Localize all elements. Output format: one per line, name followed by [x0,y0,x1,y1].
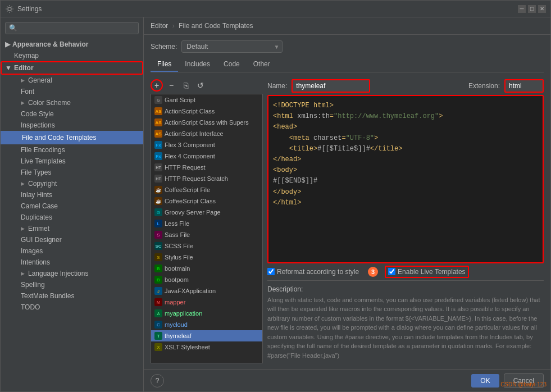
sidebar-item-keymap[interactable]: Keymap [1,50,143,61]
reformat-checkbox-label[interactable]: Reformat according to style [267,268,359,276]
description-text: Along with static text, code and comment… [267,295,544,361]
list-item-thymeleaf[interactable]: T thymeleaf [151,330,262,341]
remove-template-button[interactable]: − [165,79,177,92]
ok-button[interactable]: OK [471,374,499,388]
scheme-select-wrapper: Default ▼ [181,40,283,53]
sidebar-item-general[interactable]: ▶ General [1,75,143,86]
sidebar-item-livetemplates[interactable]: Live Templates [1,156,143,167]
live-templates-checkbox-label[interactable]: Enable Live Templates [385,266,469,278]
list-item[interactable]: L Less File [151,218,262,229]
titlebar: Settings ─ □ ✕ [1,1,550,17]
copy-template-button[interactable]: ⎘ [180,79,192,92]
sidebar-item-colorscheme[interactable]: ▶ Color Scheme [1,97,143,108]
tab-files[interactable]: Files [151,57,178,72]
code-line: <title>#[[$Title$]]#</title> [273,144,538,154]
tab-includes[interactable]: Includes [178,57,217,72]
breadcrumb-part2: File and Code Templates [179,22,253,30]
sidebar-item-font[interactable]: Font [1,86,143,97]
sidebar-item-todo[interactable]: TODO [1,302,143,313]
stylus-icon: S [154,253,162,261]
live-templates-checkbox[interactable] [388,268,395,275]
file-item-label: mapper [165,299,185,306]
code-line: <html xmlns:th="http://www.thymeleaf.org… [273,111,538,122]
file-item-label: Groovy Server Page [165,209,221,216]
sidebar-item-appearance[interactable]: ▶ Appearance & Behavior [1,39,143,50]
list-item[interactable]: A myapplication [151,308,262,319]
list-item[interactable]: SC SCSS File [151,240,262,252]
list-item[interactable]: B bootpom [151,274,262,285]
list-item[interactable]: B bootmain [151,263,262,274]
sidebar-item-emmet[interactable]: ▶ Emmet [1,223,143,234]
bottom-bar: ? OK Cancel [144,369,550,391]
extension-input[interactable] [504,79,544,93]
scheme-select[interactable]: Default [181,40,283,53]
sidebar-item-fileandcodetemplates[interactable]: File and Code Templates [1,131,143,144]
code-line: </body> [273,187,538,198]
as-icon: AS [154,107,162,115]
sidebar-item-inspections[interactable]: Inspections [1,120,143,131]
code-line: <body> [273,165,538,176]
reset-template-button[interactable]: ↺ [194,79,207,92]
sidebar-item-duplicates[interactable]: Duplicates [1,212,143,223]
sidebar-item-editor[interactable]: ▼ Editor [1,61,143,75]
search-input[interactable] [5,22,139,34]
sidebar-item-inlayhints[interactable]: Inlay Hints [1,189,143,200]
add-template-button[interactable]: + [151,79,163,92]
sidebar-item-fileencodings[interactable]: File Encodings [1,144,143,156]
list-item[interactable]: ☕ CoffeeScript File [151,184,262,195]
sidebar-label-filetypes: File Types [21,168,51,176]
list-item[interactable]: S Sass File [151,229,262,240]
list-item[interactable]: AS ActionScript Interface [151,128,262,139]
maximize-button[interactable]: □ [528,5,536,13]
list-item[interactable]: HT HTTP Request Scratch [151,173,262,184]
less-icon: L [154,220,162,227]
list-item[interactable]: G Gant Script [151,94,262,106]
sidebar-label-images: Images [21,247,43,255]
arrow-icon: ▶ [21,271,25,276]
sidebar-item-copyright[interactable]: ▶ Copyright [1,178,143,189]
sidebar-item-guidesigner[interactable]: GUI Designer [1,234,143,245]
close-button[interactable]: ✕ [538,5,546,13]
list-item[interactable]: ☕ CoffeeScript Class [151,195,262,207]
code-editor[interactable]: <!DOCTYPE html> <html xmlns:th="http://w… [267,95,544,263]
thymeleaf-icon: T [154,332,162,340]
file-item-label: bootmain [165,265,190,272]
list-item[interactable]: Fx Flex 4 Component [151,151,262,162]
sidebar-item-codestyle[interactable]: Code Style [1,108,143,120]
tab-other[interactable]: Other [247,57,277,72]
window-controls: ─ □ ✕ [518,5,546,13]
list-item[interactable]: G Groovy Server Page [151,207,262,218]
sidebar-item-images[interactable]: Images [1,245,143,257]
window-title: Settings [17,5,518,13]
settings-icon [5,4,14,13]
minimize-button[interactable]: ─ [518,5,526,13]
sidebar-item-spelling[interactable]: Spelling [1,279,143,290]
file-item-label: Flex 4 Component [165,153,215,159]
scss-icon: SC [154,242,162,250]
list-item[interactable]: J JavaFXApplication [151,285,262,297]
xslt-icon: X [154,343,162,351]
sidebar-item-filetypes[interactable]: File Types [1,167,143,178]
sidebar-item-languageinjections[interactable]: ▶ Language Injections [1,268,143,279]
list-item[interactable]: S Stylus File [151,252,262,263]
list-item[interactable]: C mycloud [151,319,262,330]
list-item[interactable]: Fx Flex 3 Component [151,139,262,151]
code-line: </html> [273,198,538,208]
reformat-checkbox[interactable] [267,268,275,275]
list-item[interactable]: HT HTTP Request [151,162,262,173]
list-item[interactable]: M mapper [151,297,262,308]
tab-code[interactable]: Code [217,57,247,72]
file-item-label: ActionScript Interface [165,130,224,137]
file-item-label: HTTP Request Scratch [165,175,228,182]
list-item[interactable]: AS ActionScript Class with Supers [151,117,262,128]
list-item[interactable]: X XSLT Stylesheet [151,341,262,353]
list-item[interactable]: AS ActionScript Class [151,106,262,117]
sidebar-item-camelcase[interactable]: Camel Case [1,200,143,212]
java-icon: J [154,287,162,295]
help-button[interactable]: ? [151,374,164,388]
sidebar-item-intentions[interactable]: Intentions [1,257,143,268]
code-line: #[[$END$]]# [273,176,538,186]
template-name-input[interactable] [292,79,370,93]
sidebar-label-duplicates: Duplicates [21,213,52,221]
sidebar-item-textmatebundles[interactable]: TextMate Bundles [1,290,143,302]
